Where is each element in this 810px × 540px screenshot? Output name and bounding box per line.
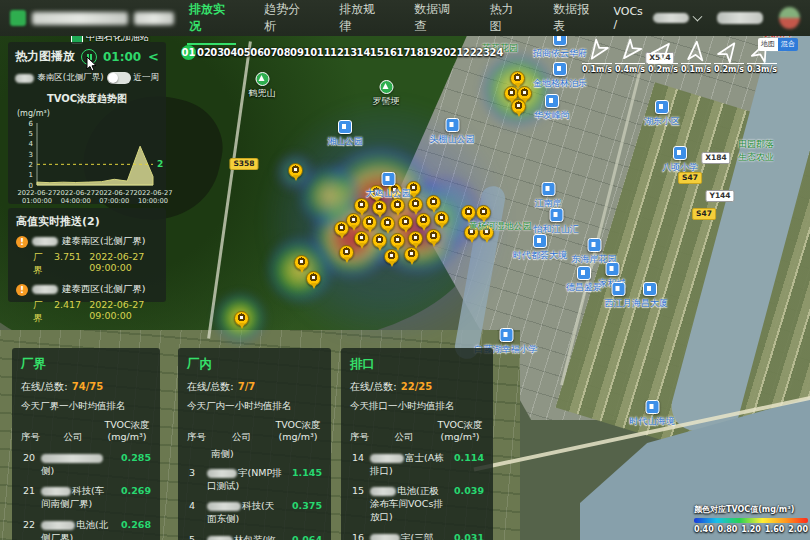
avatar[interactable] bbox=[779, 7, 800, 29]
road-shield: Y144 bbox=[705, 190, 734, 202]
monitor-pin[interactable] bbox=[372, 233, 387, 248]
nav-item-4[interactable]: 数据调查 bbox=[412, 0, 461, 45]
table-header: 序号公司TVOC浓度(mg/m³) bbox=[350, 419, 484, 444]
nav-item-5[interactable]: 热力图 bbox=[487, 0, 525, 45]
monitor-pin[interactable] bbox=[406, 181, 421, 196]
map-layer-button[interactable]: 地图 bbox=[758, 38, 778, 51]
timeline-hour-06[interactable]: 06 bbox=[250, 45, 262, 60]
timeline-hour-14[interactable]: 14 bbox=[357, 45, 369, 60]
week-toggle[interactable] bbox=[107, 72, 131, 84]
monitor-pin[interactable] bbox=[404, 247, 419, 262]
monitor-pin[interactable] bbox=[476, 205, 491, 220]
hybrid-layer-button[interactable]: 混合 bbox=[778, 38, 798, 51]
monitor-pin[interactable] bbox=[369, 185, 384, 200]
wind-arrow-icon bbox=[714, 36, 745, 67]
push-item[interactable]: !建泰南区(北侧厂界)厂界3.7512022-06-27 09:00:00 bbox=[16, 235, 158, 277]
monitor-pin[interactable] bbox=[362, 215, 377, 230]
timeline-hour-04[interactable]: 04 bbox=[224, 45, 236, 60]
timeline-hour-22[interactable]: 22 bbox=[463, 45, 475, 60]
monitor-pin[interactable] bbox=[461, 205, 476, 220]
online-count: 在线/总数:74/75 bbox=[21, 380, 151, 394]
chevron-left-icon[interactable]: < bbox=[148, 50, 159, 63]
svg-text:07:00:00: 07:00:00 bbox=[99, 197, 129, 205]
monitor-pin[interactable] bbox=[434, 211, 449, 226]
table-row[interactable]: 4科技(天面东侧)0.375 bbox=[187, 496, 322, 530]
timeline-hour-15[interactable]: 15 bbox=[370, 45, 382, 60]
table-row[interactable]: 21科技(车间南侧厂界)0.269 bbox=[21, 481, 151, 515]
timeline-hour-01[interactable]: 01 bbox=[181, 45, 196, 60]
table-row[interactable]: 3宇(NMP排口测试)1.145 bbox=[187, 463, 322, 497]
user-menu-redacted[interactable] bbox=[717, 12, 763, 24]
timeline-hour-03[interactable]: 03 bbox=[210, 45, 222, 60]
nav-item-1[interactable]: 排放实况 bbox=[187, 0, 236, 45]
monitor-pin[interactable] bbox=[380, 216, 395, 231]
monitor-pin[interactable] bbox=[390, 198, 405, 213]
tvoc-value: 0.285 bbox=[111, 452, 151, 463]
monitor-pin[interactable] bbox=[387, 183, 402, 198]
timeline-hour-11[interactable]: 11 bbox=[317, 45, 329, 60]
monitor-pin[interactable] bbox=[390, 233, 405, 248]
monitor-pin[interactable] bbox=[234, 311, 249, 326]
table-row[interactable]: 20侧)0.285 bbox=[21, 448, 151, 482]
timeline-hour-20[interactable]: 20 bbox=[436, 45, 448, 60]
monitor-pin[interactable] bbox=[408, 231, 423, 246]
table-row[interactable]: 14富士(A栋排口)0.114 bbox=[350, 448, 484, 482]
timeline-hour-19[interactable]: 19 bbox=[423, 45, 435, 60]
monitor-pin[interactable] bbox=[511, 99, 526, 114]
timeline-hour-10[interactable]: 10 bbox=[303, 45, 315, 60]
monitor-pin[interactable] bbox=[384, 249, 399, 264]
timeline-hour-02[interactable]: 02 bbox=[197, 45, 209, 60]
table-row[interactable]: 16宇(三部NMP排放口)0.031 bbox=[350, 528, 484, 540]
wind-indicator: 0.4m/s bbox=[619, 40, 641, 74]
vocs-selector[interactable]: VOCs / bbox=[613, 5, 701, 31]
company-redacted bbox=[370, 534, 400, 540]
table-row[interactable]: 15电池(正极涂布车间VOCs排放口)0.039 bbox=[350, 481, 484, 527]
nav-item-6[interactable]: 数据报表 bbox=[551, 0, 600, 45]
row-rank: 14 bbox=[350, 452, 370, 463]
table-row[interactable]: 22电池(北侧厂界)0.268 bbox=[21, 515, 151, 540]
svg-text:10:00:00: 10:00:00 bbox=[138, 197, 168, 205]
timeline-hour-07[interactable]: 07 bbox=[263, 45, 275, 60]
monitor-pin[interactable] bbox=[426, 229, 441, 244]
timeline-hour-09[interactable]: 09 bbox=[290, 45, 302, 60]
timeline-hour-16[interactable]: 16 bbox=[383, 45, 395, 60]
push-item[interactable]: !建泰西区(北侧厂界)厂界2.4172022-06-27 09:00:00 bbox=[16, 283, 158, 325]
timeline-hour-13[interactable]: 13 bbox=[343, 45, 355, 60]
monitor-pin[interactable] bbox=[354, 231, 369, 246]
nav-item-2[interactable]: 趋势分析 bbox=[262, 0, 311, 45]
col-tvoc: TVOC浓度(mg/m³) bbox=[274, 419, 322, 444]
col-tvoc: TVOC浓度(mg/m³) bbox=[436, 419, 484, 444]
timeline-hour-17[interactable]: 17 bbox=[396, 45, 408, 60]
monitor-pin[interactable] bbox=[294, 255, 309, 270]
monitor-pin[interactable] bbox=[334, 221, 349, 236]
timeline-hour-08[interactable]: 08 bbox=[277, 45, 289, 60]
svg-text:2022-06-27: 2022-06-27 bbox=[134, 189, 173, 197]
monitor-pin[interactable] bbox=[339, 245, 354, 260]
monitor-pin[interactable] bbox=[372, 200, 387, 215]
table-row[interactable]: 5林包装(收整车间门口)0.064 bbox=[187, 530, 322, 540]
timeline-hour-23[interactable]: 23 bbox=[476, 45, 488, 60]
monitor-pin[interactable] bbox=[398, 215, 413, 230]
monitor-pin[interactable] bbox=[288, 163, 303, 178]
monitor-pin[interactable] bbox=[426, 195, 441, 210]
wind-indicator: 0.1m/s bbox=[586, 40, 608, 74]
monitor-pin[interactable] bbox=[510, 71, 525, 86]
timeline-hour-12[interactable]: 12 bbox=[330, 45, 342, 60]
nav-item-3[interactable]: 排放规律 bbox=[337, 0, 386, 45]
timeline-hour-24[interactable]: 24 bbox=[490, 45, 502, 60]
monitor-pin[interactable] bbox=[479, 225, 494, 240]
timeline-hour-18[interactable]: 18 bbox=[410, 45, 422, 60]
monitor-pin[interactable] bbox=[306, 271, 321, 286]
company-name: 科技(天面东侧) bbox=[207, 500, 282, 526]
wind-arrow-icon bbox=[648, 36, 679, 67]
company-name: 富士(A栋排口) bbox=[370, 452, 444, 478]
online-count: 在线/总数:22/25 bbox=[350, 380, 484, 394]
push-panel-title: 高值实时推送(2) bbox=[16, 214, 158, 229]
timeline-hour-21[interactable]: 21 bbox=[450, 45, 462, 60]
monitor-pin[interactable] bbox=[408, 197, 423, 212]
timeline-hour-05[interactable]: 05 bbox=[237, 45, 249, 60]
monitor-pin[interactable] bbox=[416, 213, 431, 228]
table-header: 序号公司TVOC浓度(mg/m³) bbox=[21, 419, 151, 444]
monitor-pin[interactable] bbox=[464, 225, 479, 240]
monitor-pin[interactable] bbox=[354, 198, 369, 213]
